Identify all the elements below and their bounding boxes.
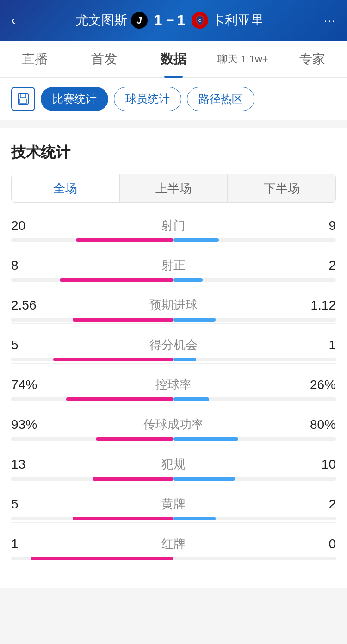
stat-left-value: 13 — [11, 457, 48, 472]
header: ‹ 尤文图斯 J 1－1 C 卡利亚里 ··· — [0, 0, 347, 41]
stat-bar-track — [11, 318, 336, 322]
stat-label: 射门 — [48, 217, 299, 234]
period-tab-first-half[interactable]: 上半场 — [120, 174, 228, 202]
stat-bar-right — [174, 477, 235, 481]
tab-lineup[interactable]: 首发 — [69, 41, 139, 78]
period-tab-full[interactable]: 全场 — [12, 174, 120, 202]
period-tabs: 全场 上半场 下半场 — [11, 174, 336, 203]
sub-tab-player-stats[interactable]: 球员统计 — [114, 87, 181, 111]
section-title: 技术统计 — [11, 142, 336, 163]
stat-left-value: 2.56 — [11, 298, 48, 313]
stat-label: 红牌 — [48, 536, 299, 552]
stat-right-value: 10 — [299, 457, 336, 472]
stat-bar-track — [11, 517, 336, 520]
stat-bar-left — [96, 437, 174, 441]
stat-bar-left — [66, 397, 174, 401]
stat-right-value: 0 — [299, 537, 336, 551]
back-button[interactable]: ‹ — [11, 13, 15, 28]
stat-right-value: 1 — [299, 338, 336, 353]
cagliari-badge: C — [192, 12, 208, 29]
sub-tab-heatmap[interactable]: 路径热区 — [187, 87, 254, 111]
stat-label: 传球成功率 — [48, 416, 299, 433]
stat-label: 射正 — [48, 257, 299, 273]
stat-bar-track — [11, 557, 336, 560]
stat-row: 74% 控球率 26% — [11, 377, 336, 403]
stat-label: 控球率 — [48, 377, 299, 393]
stat-bar-track — [11, 278, 336, 282]
stat-right-value: 1.12 — [299, 298, 336, 313]
away-team-name: 卡利亚里 — [212, 12, 264, 29]
stats-container: 20 射门 9 8 射正 2 2.56 预期进球 1.12 5 — [11, 217, 336, 560]
stat-left-value: 5 — [11, 497, 48, 512]
sub-tabs-bar: 比赛统计 球员统计 路径热区 — [0, 78, 347, 120]
stat-label: 得分机会 — [48, 337, 299, 353]
stat-row: 93% 传球成功率 80% — [11, 416, 336, 443]
stat-right-value: 80% — [299, 417, 336, 432]
home-team-name: 尤文图斯 — [75, 12, 127, 29]
stat-right-value: 26% — [299, 378, 336, 392]
svg-rect-3 — [19, 99, 27, 103]
match-title: 尤文图斯 J 1－1 C 卡利亚里 — [75, 10, 264, 31]
stat-bar-right — [174, 358, 196, 361]
stat-right-value: 9 — [299, 218, 336, 233]
stat-bar-left — [76, 238, 174, 242]
stat-row: 2.56 预期进球 1.12 — [11, 297, 336, 324]
nav-tabs: 直播 首发 数据 聊天 1.1w+ 专家 — [0, 41, 347, 78]
stat-bar-left — [73, 318, 174, 322]
stat-label: 黄牌 — [48, 496, 299, 512]
stat-label: 犯规 — [48, 456, 299, 472]
stat-bar-left — [60, 278, 174, 282]
stat-bar-right — [174, 318, 216, 322]
stat-label: 预期进球 — [48, 297, 299, 313]
tab-chat[interactable]: 聊天 1.1w+ — [208, 41, 278, 78]
stat-bar-right — [174, 278, 203, 282]
stat-right-value: 2 — [299, 497, 336, 512]
sub-tab-match-stats[interactable]: 比赛统计 — [41, 87, 108, 111]
stat-row: 8 射正 2 — [11, 257, 336, 284]
more-options-button[interactable]: ··· — [324, 14, 336, 27]
stat-bar-right — [174, 517, 216, 520]
stat-row: 13 犯规 10 — [11, 456, 336, 483]
main-content: 技术统计 全场 上半场 下半场 20 射门 9 8 射正 2 2.56 预期进球 — [0, 128, 347, 588]
stat-bar-right — [174, 397, 209, 401]
save-icon[interactable] — [11, 87, 35, 111]
stat-bar-track — [11, 477, 336, 481]
svg-rect-2 — [20, 94, 26, 98]
stat-bar-left — [31, 557, 174, 560]
stat-bar-right — [174, 437, 238, 441]
stat-row: 20 射门 9 — [11, 217, 336, 244]
stat-bar-track — [11, 238, 336, 242]
stat-bar-left — [93, 477, 174, 481]
stat-bar-track — [11, 358, 336, 361]
stat-right-value: 2 — [299, 258, 336, 273]
stat-left-value: 20 — [11, 218, 48, 233]
stat-row: 1 红牌 0 — [11, 536, 336, 560]
stat-row: 5 得分机会 1 — [11, 337, 336, 364]
stat-bar-track — [11, 437, 336, 441]
stat-left-value: 8 — [11, 258, 48, 273]
stat-row: 5 黄牌 2 — [11, 496, 336, 523]
stat-bar-track — [11, 397, 336, 401]
stat-bar-left — [53, 358, 174, 361]
tab-live[interactable]: 直播 — [0, 41, 69, 78]
stat-bar-left — [73, 517, 174, 520]
stat-left-value: 74% — [11, 378, 48, 392]
stat-left-value: 5 — [11, 338, 48, 353]
stat-bar-right — [174, 238, 219, 242]
juventus-badge: J — [131, 12, 148, 29]
tab-expert[interactable]: 专家 — [278, 41, 347, 78]
stat-left-value: 93% — [11, 417, 48, 432]
match-score: 1－1 — [154, 10, 186, 31]
period-tab-second-half[interactable]: 下半场 — [228, 174, 335, 202]
tab-data[interactable]: 数据 — [139, 41, 208, 78]
stat-left-value: 1 — [11, 537, 48, 551]
svg-text:C: C — [199, 19, 202, 23]
